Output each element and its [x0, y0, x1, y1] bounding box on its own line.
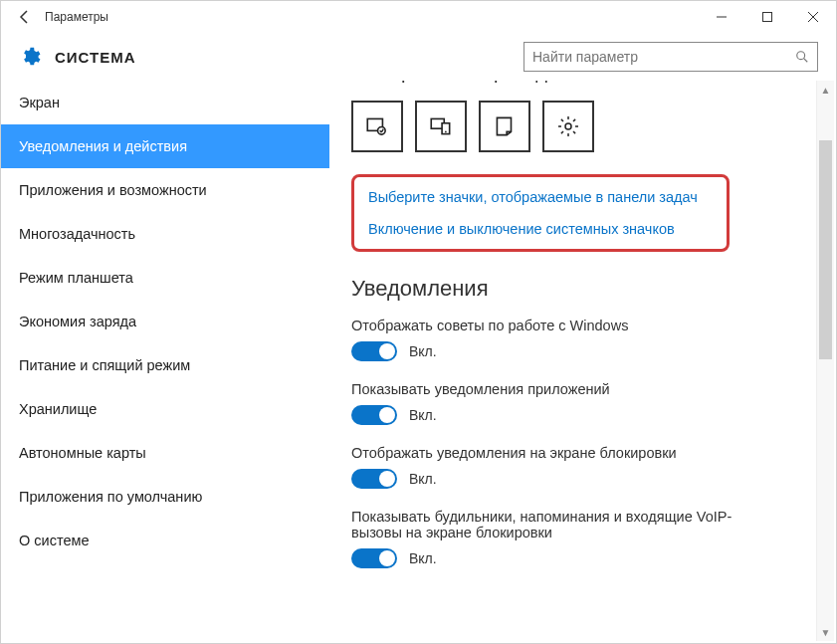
sidebar-item-apps[interactable]: Приложения и возможности — [1, 168, 329, 212]
quick-action-connect[interactable] — [415, 101, 467, 152]
quick-action-tablet[interactable] — [351, 101, 403, 152]
setting-lockscreen-notifications: Отображать уведомления на экране блокиро… — [351, 445, 818, 489]
sidebar: Экран Уведомления и действия Приложения … — [1, 81, 329, 643]
sidebar-item-offline-maps[interactable]: Автономные карты — [1, 431, 329, 475]
svg-point-10 — [445, 131, 447, 133]
scroll-down-arrow[interactable]: ▼ — [817, 623, 834, 641]
titlebar: Параметры — [1, 1, 836, 33]
toggle-switch[interactable] — [351, 548, 397, 568]
content-pane: Выберите быстрые действия Выберите значк… — [329, 81, 836, 643]
quick-actions-row — [351, 101, 818, 152]
link-system-icons[interactable]: Включение и выключение системных значков — [368, 221, 713, 237]
close-button[interactable] — [790, 1, 836, 33]
setting-label: Отображать уведомления на экране блокиро… — [351, 445, 818, 461]
svg-line-16 — [561, 119, 563, 121]
toggle-switch[interactable] — [351, 405, 397, 425]
search-input[interactable] — [532, 49, 795, 65]
sidebar-item-notifications[interactable]: Уведомления и действия — [1, 124, 329, 168]
section-heading-cutoff: Выберите быстрые действия — [351, 81, 818, 87]
window-title: Параметры — [45, 10, 108, 24]
svg-line-5 — [804, 59, 808, 63]
gear-icon — [19, 46, 41, 68]
toggle-switch[interactable] — [351, 341, 397, 361]
setting-label: Показывать будильники, напоминания и вхо… — [351, 509, 769, 540]
svg-line-17 — [573, 131, 575, 133]
toggle-state: Вкл. — [409, 550, 437, 566]
sidebar-item-power-sleep[interactable]: Питание и спящий режим — [1, 343, 329, 387]
minimize-button[interactable] — [699, 1, 744, 33]
toggle-state: Вкл. — [409, 407, 437, 423]
toggle-state: Вкл. — [409, 471, 437, 487]
link-taskbar-icons[interactable]: Выберите значки, отображаемые в панели з… — [368, 189, 713, 205]
scroll-up-arrow[interactable]: ▲ — [817, 81, 834, 99]
setting-tips: Отображать советы по работе с Windows Вк… — [351, 318, 818, 361]
sidebar-item-battery-saver[interactable]: Экономия заряда — [1, 300, 329, 343]
highlighted-links-box: Выберите значки, отображаемые в панели з… — [351, 174, 730, 252]
setting-alarms-voip: Показывать будильники, напоминания и вхо… — [351, 509, 818, 568]
sidebar-item-display[interactable]: Экран — [1, 81, 329, 124]
svg-point-7 — [378, 127, 386, 135]
section-heading: Уведомления — [351, 276, 818, 302]
sidebar-item-tablet-mode[interactable]: Режим планшета — [1, 256, 329, 300]
header: СИСТЕМА — [1, 33, 836, 81]
search-icon — [795, 50, 809, 64]
svg-rect-1 — [763, 13, 772, 22]
back-button[interactable] — [9, 1, 41, 33]
window-controls — [699, 1, 836, 33]
maximize-button[interactable] — [744, 1, 790, 33]
vertical-scrollbar[interactable]: ▲ ▼ — [816, 81, 834, 641]
svg-point-4 — [797, 52, 805, 60]
setting-label: Отображать советы по работе с Windows — [351, 318, 818, 333]
page-title: СИСТЕМА — [55, 49, 136, 66]
svg-point-11 — [565, 123, 571, 129]
svg-line-19 — [573, 119, 575, 121]
toggle-state: Вкл. — [409, 343, 437, 359]
quick-action-note[interactable] — [479, 101, 530, 152]
sidebar-item-multitasking[interactable]: Многозадачность — [1, 212, 329, 256]
sidebar-item-default-apps[interactable]: Приложения по умолчанию — [1, 475, 329, 519]
setting-app-notifications: Показывать уведомления приложений Вкл. — [351, 381, 818, 425]
scroll-thumb[interactable] — [819, 140, 832, 359]
sidebar-item-storage[interactable]: Хранилище — [1, 387, 329, 431]
svg-line-18 — [561, 131, 563, 133]
toggle-switch[interactable] — [351, 469, 397, 489]
setting-label: Показывать уведомления приложений — [351, 381, 818, 397]
quick-action-settings[interactable] — [542, 101, 594, 152]
search-box[interactable] — [523, 42, 818, 72]
sidebar-item-about[interactable]: О системе — [1, 519, 329, 562]
